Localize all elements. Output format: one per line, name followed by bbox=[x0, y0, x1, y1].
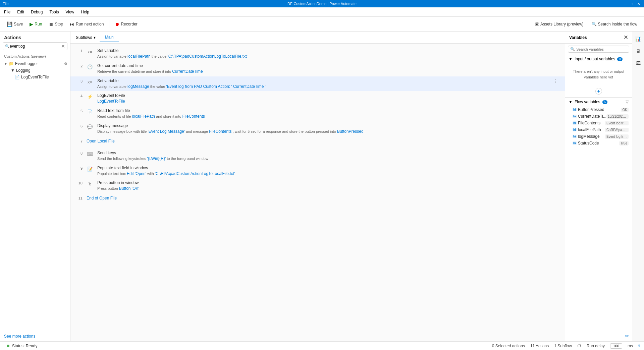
variable-item-filecontents[interactable]: hi FileContents Event log from PAD... bbox=[565, 120, 632, 126]
filter-icon[interactable]: ▽ bbox=[626, 100, 629, 104]
flow-step-1[interactable]: 1 x= Set variable Assign to variable loc… bbox=[70, 46, 565, 61]
variable-item-buttonpressed[interactable]: hi ButtonPressed OK bbox=[565, 106, 632, 113]
tree-item-logeventtofile[interactable]: 📄 LogEventToFile bbox=[0, 74, 70, 80]
section-label: Flow variables bbox=[575, 100, 600, 104]
variable-value: Event log from PAD... bbox=[605, 134, 629, 139]
recorder-button[interactable]: ⏺ Recorder bbox=[112, 20, 140, 28]
more-options-button[interactable]: ⋮ bbox=[552, 78, 559, 84]
step-desc: Read contents of file localFilePath and … bbox=[97, 114, 559, 119]
flow-step-9[interactable]: 9 📝 Populate text field in window Popula… bbox=[70, 164, 565, 179]
status-text: Status: Ready bbox=[12, 344, 37, 348]
maximize-button[interactable]: □ bbox=[629, 1, 635, 6]
close-button[interactable]: ✕ bbox=[636, 1, 641, 6]
step-content: Open Local File bbox=[87, 138, 559, 144]
tab-main[interactable]: Main bbox=[100, 33, 119, 42]
menu-debug[interactable]: Debug bbox=[28, 9, 45, 15]
sidebar-search-box[interactable]: 🔍 ✕ bbox=[3, 42, 67, 50]
var-ref: logMessage bbox=[127, 84, 149, 89]
menu-view[interactable]: View bbox=[63, 9, 77, 15]
variable-value: True bbox=[619, 141, 629, 145]
tree-item-eventlogger[interactable]: ▼ 📁 EventLogger ⚙ bbox=[0, 60, 70, 67]
flow-step-8[interactable]: 8 ⌨ Send keys Send the following keystro… bbox=[70, 149, 565, 164]
variable-search-input[interactable] bbox=[576, 47, 627, 51]
subflow-label: Open Local File bbox=[87, 139, 115, 143]
status-indicator bbox=[7, 345, 9, 347]
menu-tools[interactable]: Tools bbox=[47, 9, 61, 15]
toolbar: 💾 Save ▶ Run ⏹ Stop ⏭ Run next action ⏺ … bbox=[0, 17, 644, 32]
variable-type-icon: hi bbox=[573, 108, 577, 111]
edit-icon[interactable]: ✏ bbox=[625, 333, 629, 339]
set-variable-icon: x= bbox=[87, 78, 93, 85]
variable-item-localfilepath[interactable]: hi localFilePath C:\RPA\padCusto... bbox=[565, 126, 632, 133]
menu-file[interactable]: File bbox=[1, 9, 13, 15]
variable-name: hi ButtonPressed bbox=[573, 107, 604, 112]
variable-value: C:\RPA\padCusto... bbox=[605, 128, 629, 132]
flow-step-3[interactable]: 3 x= Set variable Assign to variable log… bbox=[70, 76, 565, 92]
flow-step-6[interactable]: 6 💬 Display message Display message box … bbox=[70, 121, 565, 136]
step-content: Set variable Assign to variable localFil… bbox=[97, 48, 559, 59]
step-content: Populate text field in window Populate t… bbox=[97, 166, 559, 177]
menu-bar: File Edit Debug Tools View Help bbox=[0, 7, 644, 17]
variable-item-statuscode[interactable]: hi StatusCode True bbox=[565, 140, 632, 147]
selected-actions-count: 0 Selected actions bbox=[492, 344, 525, 348]
info-icon[interactable]: ℹ bbox=[638, 344, 640, 348]
variable-name: hi CurrentDateTi... bbox=[573, 114, 606, 119]
stop-button[interactable]: ⏹ Stop bbox=[46, 20, 66, 28]
right-icon-bar: 📊 🖥 🖼 bbox=[632, 32, 644, 341]
run-icon: ▶ bbox=[30, 21, 33, 27]
flow-variables-header[interactable]: ▼ Flow variables 6 ▽ bbox=[565, 98, 632, 106]
variable-item-logmessage[interactable]: hi logMessage Event log from PAD... bbox=[565, 133, 632, 140]
search-flow-button[interactable]: 🔍 Search inside the flow bbox=[589, 20, 640, 28]
save-button[interactable]: 💾 Save bbox=[4, 20, 25, 28]
flow-step-11: 11 End of Open File bbox=[70, 193, 565, 206]
menu-edit[interactable]: Edit bbox=[14, 9, 27, 15]
variable-search-box[interactable]: 🔍 bbox=[568, 46, 629, 53]
assets-library-button[interactable]: 🏛 Assets Library (preview) bbox=[532, 20, 586, 28]
section-title: ▼ Flow variables 6 bbox=[569, 100, 607, 104]
flow-step-4[interactable]: 4 ⚡ LogEventToFile LogEventToFile bbox=[70, 91, 565, 106]
step-desc: End of Open File bbox=[87, 195, 559, 201]
step-number: 9 bbox=[76, 166, 83, 170]
run-delay-label: ⏱ bbox=[577, 344, 581, 348]
close-variables-button[interactable]: ✕ bbox=[624, 34, 628, 41]
variable-label: localFilePath bbox=[578, 127, 601, 132]
clear-search-button[interactable]: ✕ bbox=[61, 44, 65, 49]
menu-help[interactable]: Help bbox=[78, 9, 92, 15]
step-desc: Assign to variable localFilePath the val… bbox=[97, 54, 559, 59]
step-number: 3 bbox=[76, 78, 83, 83]
search-input[interactable] bbox=[10, 44, 61, 49]
step-desc: LogEventToFile bbox=[97, 99, 559, 104]
step-title: Send keys bbox=[97, 151, 559, 155]
total-actions-count: 11 Actions bbox=[530, 344, 549, 348]
run-next-button[interactable]: ⏭ Run next action bbox=[67, 20, 106, 28]
var-ref: localFilePath bbox=[127, 54, 151, 59]
ui-elements-button[interactable]: 🖥 bbox=[634, 46, 643, 56]
variable-name: hi logMessage bbox=[573, 134, 600, 139]
flow-step-2[interactable]: 2 🕐 Get current date and time Retrieve t… bbox=[70, 61, 565, 76]
minimize-button[interactable]: ─ bbox=[623, 1, 628, 6]
variable-item-currentdatetime[interactable]: hi CurrentDateTi... 10/21/2023 4:58:53..… bbox=[565, 113, 632, 120]
custom-action-icon: ⚡ bbox=[87, 93, 93, 100]
variables-panel: Variables ✕ 🔍 ▼ Input / output variables… bbox=[565, 32, 632, 341]
add-variable-button[interactable]: + bbox=[595, 88, 602, 95]
run-button[interactable]: ▶ Run bbox=[27, 20, 45, 28]
variable-value: Event log from PAD... bbox=[605, 121, 629, 125]
images-button[interactable]: 🖼 bbox=[634, 58, 643, 68]
step-title: Read text from file bbox=[97, 108, 559, 113]
run-delay-input[interactable] bbox=[610, 343, 622, 349]
set-variable-icon: x= bbox=[87, 48, 93, 55]
step-desc: Populate text box Edit 'Open' with 'C:\R… bbox=[97, 171, 559, 177]
tree-item-label: EventLogger bbox=[15, 61, 38, 66]
flow-step-10[interactable]: 10 🖱 Press button in window Press button… bbox=[70, 178, 565, 193]
input-output-section-header[interactable]: ▼ Input / output variables 0 bbox=[565, 55, 632, 63]
tree-item-logging[interactable]: ▼ Logging bbox=[0, 67, 70, 74]
see-more-actions[interactable]: See more actions bbox=[4, 334, 35, 339]
subflows-button[interactable]: Subflows ▾ bbox=[73, 34, 98, 41]
var-ref: CurrentDateTime bbox=[233, 84, 264, 89]
variables-panel-button[interactable]: 📊 bbox=[634, 34, 643, 44]
var-ref: FileContents bbox=[182, 114, 205, 119]
search-icon: 🔍 bbox=[592, 22, 597, 26]
step-desc: Open Local File bbox=[87, 138, 559, 144]
custom-actions-label[interactable]: Custom Actions (preview) bbox=[0, 53, 70, 60]
flow-step-5[interactable]: 5 📄 Read text from file Read contents of… bbox=[70, 106, 565, 121]
